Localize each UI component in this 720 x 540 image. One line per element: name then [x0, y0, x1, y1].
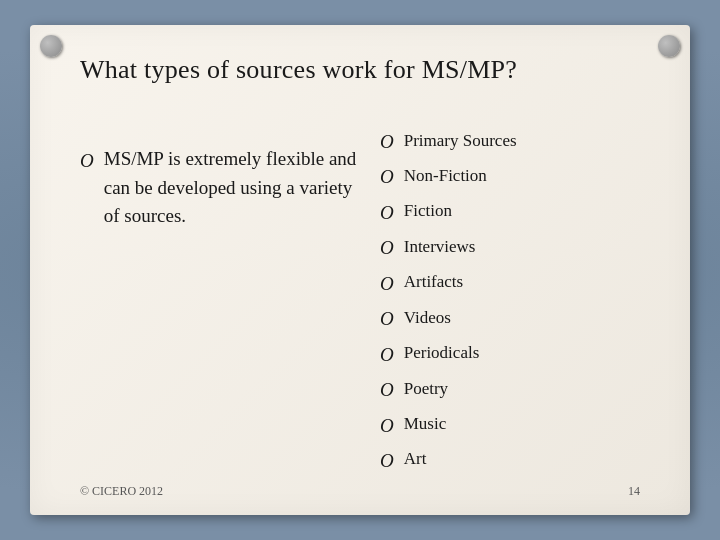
- right-bullet-label: Art: [404, 446, 427, 472]
- right-bullet-label: Videos: [404, 305, 451, 331]
- right-bullet-item: OArtifacts: [380, 267, 640, 298]
- right-bullet-marker: O: [380, 198, 394, 227]
- footer-page-number: 14: [628, 484, 640, 499]
- right-bullet-marker: O: [380, 233, 394, 262]
- right-bullet-item: OMusic: [380, 409, 640, 440]
- left-bullet-item: O MS/MP is extremely flexible and can be…: [80, 145, 360, 231]
- right-bullet-label: Non-Fiction: [404, 163, 487, 189]
- right-bullet-item: OPrimary Sources: [380, 125, 640, 156]
- right-bullet-item: OInterviews: [380, 231, 640, 262]
- right-bullet-label: Interviews: [404, 234, 476, 260]
- right-bullet-item: OFiction: [380, 196, 640, 227]
- right-bullet-item: ONon-Fiction: [380, 160, 640, 191]
- right-bullet-marker: O: [380, 411, 394, 440]
- right-bullet-label: Primary Sources: [404, 128, 517, 154]
- right-bullet-marker: O: [380, 304, 394, 333]
- right-bullet-item: OPeriodicals: [380, 338, 640, 369]
- slide-footer: © CICERO 2012 14: [80, 484, 640, 499]
- right-bullet-marker: O: [380, 269, 394, 298]
- right-bullet-label: Music: [404, 411, 447, 437]
- right-bullet-marker: O: [380, 340, 394, 369]
- content-area: O MS/MP is extremely flexible and can be…: [80, 115, 640, 475]
- left-column: O MS/MP is extremely flexible and can be…: [80, 115, 360, 475]
- right-bullet-label: Periodicals: [404, 340, 480, 366]
- right-bullet-marker: O: [380, 446, 394, 475]
- slide: What types of sources work for MS/MP? O …: [30, 25, 690, 515]
- footer-copyright: © CICERO 2012: [80, 484, 163, 499]
- right-bullet-marker: O: [380, 127, 394, 156]
- pin-top-right: [658, 35, 680, 57]
- right-bullet-item: OVideos: [380, 302, 640, 333]
- left-bullet-marker: O: [80, 147, 94, 176]
- right-bullet-item: OArt: [380, 444, 640, 475]
- slide-title: What types of sources work for MS/MP?: [80, 55, 640, 85]
- right-column: OPrimary SourcesONon-FictionOFictionOInt…: [380, 115, 640, 475]
- left-bullet-text: MS/MP is extremely flexible and can be d…: [104, 145, 360, 231]
- right-bullet-label: Poetry: [404, 376, 448, 402]
- pin-top-left: [40, 35, 62, 57]
- right-bullet-marker: O: [380, 162, 394, 191]
- right-bullet-marker: O: [380, 375, 394, 404]
- right-bullet-label: Artifacts: [404, 269, 463, 295]
- right-bullet-item: OPoetry: [380, 373, 640, 404]
- right-bullet-label: Fiction: [404, 198, 452, 224]
